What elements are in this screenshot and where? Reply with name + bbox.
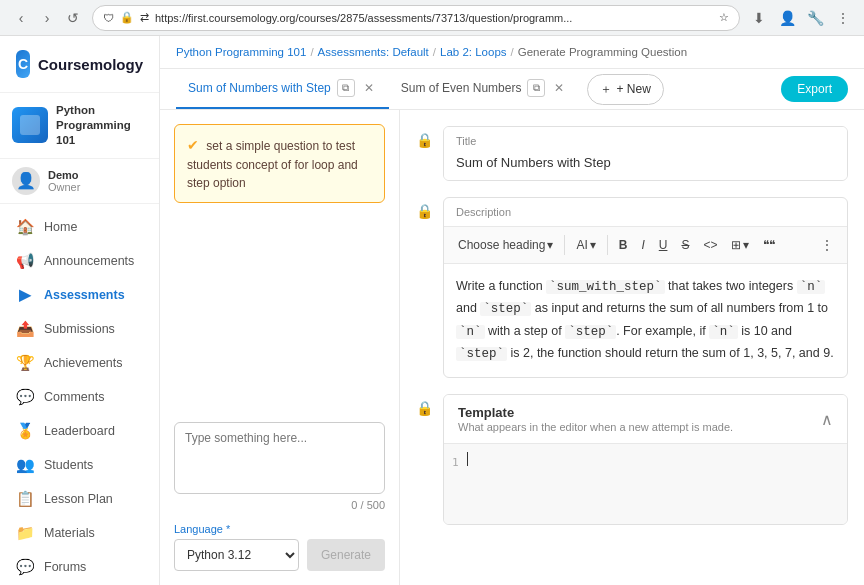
right-panel: 🔒 Title Sum of Numbers with Step 🔒 Descr… xyxy=(400,110,864,585)
sidebar-item-submissions[interactable]: 📤 Submissions xyxy=(0,312,159,346)
extensions-icon[interactable]: 🔧 xyxy=(804,7,826,29)
breadcrumb: Python Programming 101 / Assessments: De… xyxy=(160,36,864,69)
toolbar-separator xyxy=(607,235,608,255)
bold-button[interactable]: B xyxy=(613,231,634,259)
forward-button[interactable]: › xyxy=(36,7,58,29)
tab-sum-with-step[interactable]: Sum of Numbers with Step ⧉ ✕ xyxy=(176,69,389,109)
sidebar-item-achievements[interactable]: 🏆 Achievements xyxy=(0,346,159,380)
sidebar-item-label: Leaderboard xyxy=(44,424,115,438)
home-icon: 🏠 xyxy=(16,218,34,236)
prompt-textarea[interactable] xyxy=(174,422,385,494)
sidebar-item-leaderboard[interactable]: 🏅 Leaderboard xyxy=(0,414,159,448)
sidebar-item-assessments[interactable]: ▶ Assessments xyxy=(0,278,159,312)
description-lock-icon: 🔒 xyxy=(416,197,433,378)
toolbar-separator xyxy=(564,235,565,255)
profile-icon[interactable]: 👤 xyxy=(776,7,798,29)
tab-copy-button[interactable]: ⧉ xyxy=(337,79,355,97)
italic-button[interactable]: I xyxy=(635,231,650,259)
course-title: Python Programming 101 xyxy=(56,103,147,148)
tab-close-button[interactable]: ✕ xyxy=(551,80,567,96)
breadcrumb-item-lab[interactable]: Lab 2: Loops xyxy=(440,46,507,58)
description-label: Description xyxy=(444,198,847,226)
course-card[interactable]: Python Programming 101 xyxy=(0,93,159,159)
sidebar-item-label: Home xyxy=(44,220,77,234)
table-button[interactable]: ⊞▾ xyxy=(725,231,755,259)
content-area: ✔ set a simple question to test students… xyxy=(160,110,864,585)
hint-card: ✔ set a simple question to test students… xyxy=(174,124,385,203)
description-body[interactable]: Write a function `sum_with_step` that ta… xyxy=(444,264,847,377)
template-header: Template What appears in the editor when… xyxy=(444,395,847,444)
sidebar-item-comments[interactable]: 💬 Comments xyxy=(0,380,159,414)
quote-button[interactable]: ❝❝ xyxy=(757,231,781,259)
checkmark-icon: ✔ xyxy=(187,137,199,153)
sidebar-item-announcements[interactable]: 📢 Announcements xyxy=(0,244,159,278)
sidebar-item-home[interactable]: 🏠 Home xyxy=(0,210,159,244)
breadcrumb-item-course[interactable]: Python Programming 101 xyxy=(176,46,306,58)
line-numbers: 1 xyxy=(452,452,459,516)
back-button[interactable]: ‹ xyxy=(10,7,32,29)
menu-icon[interactable]: ⋮ xyxy=(832,7,854,29)
sidebar-item-lesson-plan[interactable]: 📋 Lesson Plan xyxy=(0,482,159,516)
download-icon[interactable]: ⬇ xyxy=(748,7,770,29)
export-button[interactable]: Export xyxy=(781,76,848,102)
breadcrumb-sep: / xyxy=(433,46,436,58)
title-field-block: 🔒 Title Sum of Numbers with Step xyxy=(416,126,848,181)
editor-toolbar: Choose heading ▾ AI ▾ B I xyxy=(444,226,847,264)
code-button[interactable]: <> xyxy=(697,231,723,259)
language-select[interactable]: Python 3.12 Python 2.7 JavaScript Java C… xyxy=(174,539,299,571)
plus-icon: ＋ xyxy=(600,81,612,98)
user-avatar: 👤 xyxy=(12,167,40,195)
new-tab-button[interactable]: ＋ + New xyxy=(587,74,663,105)
breadcrumb-item-current: Generate Programming Question xyxy=(518,46,687,58)
tab-close-button[interactable]: ✕ xyxy=(361,80,377,96)
sidebar-item-students[interactable]: 👥 Students xyxy=(0,448,159,482)
description-box: Description Choose heading ▾ AI ▾ xyxy=(443,197,848,378)
tab-label: Sum of Numbers with Step xyxy=(188,81,331,95)
assessments-icon: ▶ xyxy=(16,286,34,304)
leaderboard-icon: 🏅 xyxy=(16,422,34,440)
refresh-button[interactable]: ↺ xyxy=(62,7,84,29)
heading-dropdown[interactable]: Choose heading ▾ xyxy=(452,231,559,259)
sidebar-item-label: Announcements xyxy=(44,254,134,268)
code-editor[interactable]: 1 xyxy=(444,444,847,524)
ai-button[interactable]: AI ▾ xyxy=(570,231,601,259)
title-value[interactable]: Sum of Numbers with Step xyxy=(444,151,847,180)
code-span: `step` xyxy=(565,325,616,339)
code-span: `n` xyxy=(709,325,738,339)
bookmark-icon[interactable]: ☆ xyxy=(719,11,729,24)
tab-sum-even[interactable]: Sum of Even Numbers ⧉ ✕ xyxy=(389,69,580,109)
template-lock-icon: 🔒 xyxy=(416,394,433,525)
tabs-bar: Sum of Numbers with Step ⧉ ✕ Sum of Even… xyxy=(160,69,864,110)
sidebar: C Coursemology Python Programming 101 👤 … xyxy=(0,36,160,585)
title-label: Title xyxy=(444,127,847,151)
browser-chrome: ‹ › ↺ 🛡 🔒 ⇄ https://first.coursemology.o… xyxy=(0,0,864,36)
redirect-icon: ⇄ xyxy=(140,11,149,24)
language-section: Language * Python 3.12 Python 2.7 JavaSc… xyxy=(174,523,385,571)
logo-icon: C xyxy=(16,50,30,78)
sidebar-item-forums[interactable]: 💬 Forums xyxy=(0,550,159,584)
collapse-button[interactable]: ∧ xyxy=(821,410,833,429)
materials-icon: 📁 xyxy=(16,524,34,542)
title-box: Title Sum of Numbers with Step xyxy=(443,126,848,181)
main-nav: 🏠 Home 📢 Announcements ▶ Assessments 📤 S… xyxy=(0,204,159,585)
lock-icon: 🔒 xyxy=(120,11,134,24)
students-icon: 👥 xyxy=(16,456,34,474)
address-bar[interactable]: 🛡 🔒 ⇄ https://first.coursemology.org/cou… xyxy=(92,5,740,31)
user-name: Demo xyxy=(48,169,80,181)
sidebar-item-label: Achievements xyxy=(44,356,123,370)
language-select-wrap: Python 3.12 Python 2.7 JavaScript Java C… xyxy=(174,539,385,571)
strikethrough-button[interactable]: S xyxy=(675,231,695,259)
breadcrumb-item-assessments[interactable]: Assessments: Default xyxy=(318,46,429,58)
browser-actions: ⬇ 👤 🔧 ⋮ xyxy=(748,7,854,29)
generate-button[interactable]: Generate xyxy=(307,539,385,571)
tab-copy-button[interactable]: ⧉ xyxy=(527,79,545,97)
app-layout: C Coursemology Python Programming 101 👤 … xyxy=(0,36,864,585)
code-span: `step` xyxy=(456,347,507,361)
underline-button[interactable]: U xyxy=(653,231,674,259)
sidebar-item-materials[interactable]: 📁 Materials xyxy=(0,516,159,550)
description-field-content: Description Choose heading ▾ AI ▾ xyxy=(443,197,848,378)
more-options-button[interactable]: ⋮ xyxy=(815,231,839,259)
submissions-icon: 📤 xyxy=(16,320,34,338)
code-span: `sum_with_step` xyxy=(546,280,665,294)
achievements-icon: 🏆 xyxy=(16,354,34,372)
